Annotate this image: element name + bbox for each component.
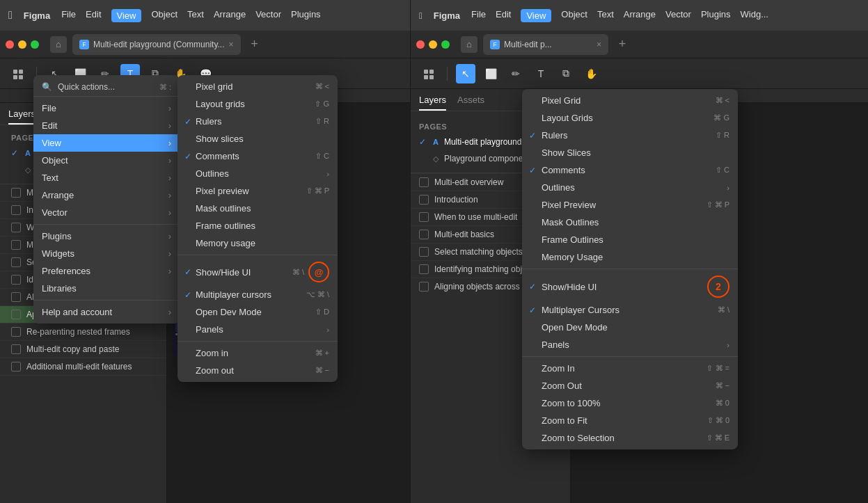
submenu-mask-outlines[interactable]: Mask outlines [177,200,338,217]
layer-icon-2 [11,223,21,232]
right-menu-arrange[interactable]: Arrange [624,9,656,22]
sr-multiplayer[interactable]: ✓ Multiplayer Cursors ⌘ \ [522,301,738,319]
right-layer-icon-5 [419,264,429,274]
sr-frame-outlines[interactable]: Frame Outlines [522,231,738,248]
sr-zoom-out[interactable]: Zoom Out ⌘ − [522,377,738,394]
right-frame-tool[interactable]: ⬜ [481,64,500,83]
menu-item-text[interactable]: Text › [33,169,180,186]
menu-item-preferences[interactable]: Preferences › [33,262,180,280]
right-menu-edit[interactable]: Edit [496,9,511,22]
menu-vector[interactable]: Vector [255,9,281,22]
sr-mask-outlines[interactable]: Mask Outlines [522,214,738,231]
sr-memory-usage[interactable]: Memory Usage [522,248,738,266]
sr-zoom-fit[interactable]: Zoom to Fit ⇧ ⌘ 0 [522,412,738,429]
right-home-button[interactable]: ⌂ [461,36,478,53]
submenu-zoom-in[interactable]: Zoom in ⌘ + [177,344,338,362]
left-app-name: Figma [24,10,50,21]
minimize-window-btn[interactable] [18,40,26,49]
menu-search-row: 🔍 Quick actions... ⌘ : [33,78,180,97]
home-button[interactable]: ⌂ [50,36,67,53]
right-menu-vector[interactable]: Vector [665,9,691,22]
close-window-btn[interactable] [6,40,14,49]
menu-item-widgets[interactable]: Widgets › [33,245,180,262]
sr-pixel-preview[interactable]: Pixel Preview ⇧ ⌘ P [522,196,738,214]
right-pen-tool[interactable]: ✏ [506,64,526,83]
menu-plugins[interactable]: Plugins [291,9,321,22]
menu-edit[interactable]: Edit [86,9,101,22]
right-menu-text[interactable]: Text [597,9,614,22]
right-component-tool[interactable]: ⧉ [556,64,576,83]
new-tab-button[interactable]: + [246,36,263,53]
right-menu-file[interactable]: File [471,9,486,22]
right-text-tool[interactable]: T [531,64,551,83]
submenu-pixel-grid[interactable]: Pixel grid ⌘ < [177,78,338,95]
right-tab-layers[interactable]: Layers [419,95,446,111]
menu-item-plugins[interactable]: Plugins › [33,227,180,245]
menu-arrange[interactable]: Arrange [214,9,246,22]
comments-check-icon: ✓ [184,152,191,161]
submenu-pixel-preview[interactable]: Pixel preview ⇧ ⌘ P [177,182,338,200]
sr-open-dev[interactable]: Open Dev Mode [522,319,738,336]
sr-panels[interactable]: Panels › [522,336,738,353]
sr-show-slices[interactable]: Show Slices [522,144,738,161]
submenu-outlines[interactable]: Outlines › [177,165,338,182]
right-menu-plugins[interactable]: Plugins [701,9,731,22]
right-tab-item[interactable]: F Multi-edit p... × [483,34,608,55]
sr-zoom-in[interactable]: Zoom In ⇧ ⌘ = [522,360,738,377]
right-close-window-btn[interactable] [416,40,425,49]
layer-item-additional[interactable]: Additional multi-edit features [0,358,166,376]
main-menu-tool[interactable] [8,64,28,83]
submenu-panels[interactable]: Panels › [177,321,338,338]
submenu-layout-grids[interactable]: Layout grids ⇧ G [177,95,338,113]
sr-zoom-selection[interactable]: Zoom to Selection ⇧ ⌘ E [522,429,738,447]
menu-item-edit[interactable]: Edit › [33,117,180,134]
right-new-tab-button[interactable]: + [614,36,631,53]
menu-text[interactable]: Text [187,9,204,22]
sr-outlines[interactable]: Outlines › [522,179,738,196]
sr-pixel-grid[interactable]: Pixel Grid ⌘ < [522,92,738,109]
maximize-window-btn[interactable] [31,40,39,49]
menu-text-arrow: › [168,173,171,183]
menu-object[interactable]: Object [151,9,177,22]
menu-file[interactable]: File [61,9,76,22]
left-tab-item[interactable]: F Multi-edit playground (Community... × [72,34,241,55]
right-menu-widg[interactable]: Widg... [741,9,768,22]
layer-item-reparent[interactable]: Re-parenting nested frames [0,324,166,341]
tab-close-btn[interactable]: × [229,40,234,49]
submenu-frame-outlines[interactable]: Frame outlines [177,217,338,234]
submenu-open-dev[interactable]: Open Dev Mode ⇧ D [177,303,338,321]
submenu-multiplayer[interactable]: ✓ Multiplayer cursors ⌥ ⌘ \ [177,286,338,303]
menu-item-file[interactable]: File › [33,99,180,117]
submenu-memory-usage[interactable]: Memory usage [177,234,338,252]
tab-layers[interactable]: Layers [8,109,35,125]
right-tab-close-btn[interactable]: × [597,40,601,49]
sr-show-hide-ui[interactable]: ✓ Show/Hide UI 2 [522,272,738,301]
menu-item-vector[interactable]: Vector › [33,204,180,221]
right-tab-assets[interactable]: Assets [457,95,484,111]
right-move-tool[interactable]: ↖ [456,64,475,83]
outlines-arrow: › [326,170,329,178]
submenu-show-hide-ui[interactable]: ✓ Show/Hide UI ⌘ \ @ [177,258,338,286]
menu-item-help[interactable]: Help and account › [33,303,180,321]
layer-item-copy[interactable]: Multi-edit copy and paste [0,341,166,358]
menu-item-view[interactable]: View › [33,134,180,152]
right-menu-view-active[interactable]: View [521,9,551,22]
right-hand-tool[interactable]: ✋ [581,64,601,83]
sr-rulers[interactable]: ✓ Rulers ⇧ R [522,127,738,144]
right-main-menu-tool[interactable] [419,64,439,83]
right-maximize-window-btn[interactable] [441,40,450,49]
submenu-comments[interactable]: ✓ Comments ⇧ C [177,147,338,165]
menu-item-libraries[interactable]: Libraries [33,280,180,297]
sr-comments[interactable]: ✓ Comments ⇧ C [522,161,738,179]
right-minimize-window-btn[interactable] [429,40,437,49]
right-menu-object[interactable]: Object [561,9,587,22]
multiplayer-shortcut: ⌥ ⌘ \ [306,290,329,299]
menu-view-active[interactable]: View [111,9,142,22]
submenu-show-slices[interactable]: Show slices [177,130,338,147]
menu-item-arrange[interactable]: Arrange › [33,186,180,204]
sr-layout-grids[interactable]: Layout Grids ⌘ G [522,109,738,127]
menu-item-object[interactable]: Object › [33,152,180,169]
sr-zoom-100[interactable]: Zoom to 100% ⌘ 0 [522,394,738,412]
submenu-rulers[interactable]: ✓ Rulers ⇧ R [177,113,338,130]
submenu-zoom-out[interactable]: Zoom out ⌘ − [177,362,338,379]
